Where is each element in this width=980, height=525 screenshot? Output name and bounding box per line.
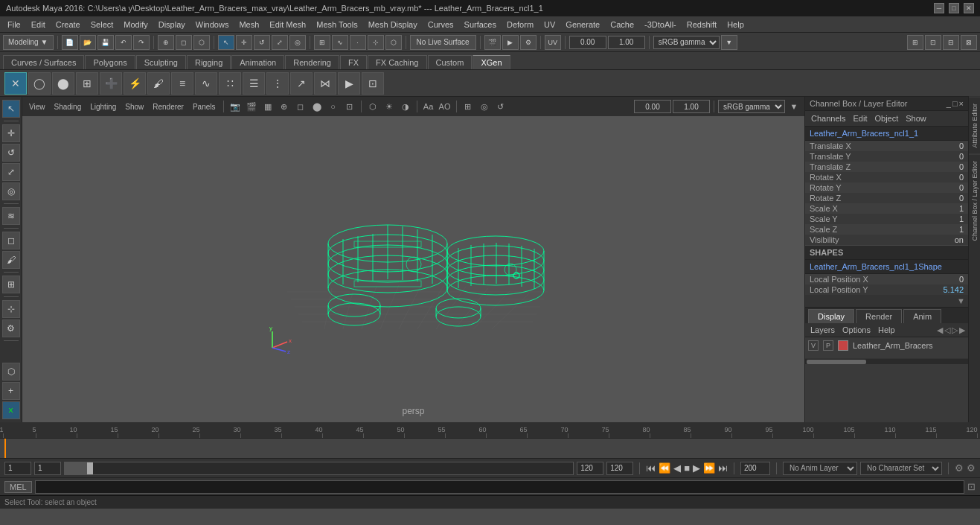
shelf-tab-xgen[interactable]: XGen [473, 55, 510, 69]
gamma-options-button[interactable]: ▼ [721, 35, 737, 50]
paint-select-button[interactable]: ⬡ [193, 35, 210, 50]
vp-icon-shade1[interactable]: ⬤ [310, 99, 324, 114]
layers-option-icon[interactable]: ▷ [952, 325, 958, 335]
cb-object[interactable]: Object [871, 113, 901, 124]
shelf-tab-rigging[interactable]: Rigging [187, 55, 231, 69]
channel-rotate-z[interactable]: Rotate Z 0 [805, 193, 968, 203]
menu-cache[interactable]: Cache [606, 19, 638, 31]
end-button[interactable]: ⏭ [718, 462, 728, 474]
shelf-icon-plus[interactable]: ➕ [100, 72, 122, 95]
layers-close-icon[interactable]: ▶ [959, 325, 965, 335]
shape-channel-lp-y[interactable]: Local Position Y 5.142 [805, 284, 968, 295]
new-scene-button[interactable]: 📄 [62, 35, 78, 50]
menu-uv[interactable]: UV [539, 19, 560, 31]
menu-mesh-display[interactable]: Mesh Display [364, 19, 422, 31]
menu-redshift[interactable]: Redshift [682, 19, 721, 31]
vp-menu-view[interactable]: View [25, 101, 49, 112]
vp-menu-shading[interactable]: Shading [51, 101, 86, 112]
channel-rotate-x[interactable]: Rotate X 0 [805, 172, 968, 182]
stop-button[interactable]: ■ [684, 462, 690, 474]
snap-lt[interactable]: ⊹ [2, 300, 20, 318]
shelf-tab-rendering[interactable]: Rendering [285, 55, 339, 69]
menu-surfaces[interactable]: Surfaces [460, 19, 501, 31]
shelf-icon-hair[interactable]: ⋮ [266, 72, 289, 95]
menu-select[interactable]: Select [86, 19, 118, 31]
custom-lt[interactable]: ⚙ [2, 319, 20, 337]
menu-generate[interactable]: Generate [561, 19, 604, 31]
shelf-icon-export[interactable]: ⊡ [362, 72, 384, 95]
vp-menu-panels[interactable]: Panels [189, 101, 220, 112]
something-button[interactable]: ⊠ [961, 35, 977, 50]
vp-icon-snap[interactable]: ⊕ [277, 99, 292, 114]
vp-icon-xray[interactable]: ⊡ [342, 99, 357, 114]
shelf-tab-fx[interactable]: FX [340, 55, 367, 69]
cb-minimize-icon[interactable]: _ [947, 99, 951, 108]
layers-menu-layers[interactable]: Layers [808, 325, 837, 335]
tab-render[interactable]: Render [856, 309, 902, 323]
shelf-icon-select[interactable]: ✕ [4, 72, 27, 95]
menu-file[interactable]: File [3, 19, 25, 31]
soft-mod-button[interactable]: ◎ [289, 35, 306, 50]
menu-edit[interactable]: Edit [27, 19, 50, 31]
vp-icon-hud[interactable]: ⊞ [461, 99, 475, 114]
vp-icon-aa[interactable]: Aa [421, 99, 436, 114]
vp-menu-show[interactable]: Show [121, 101, 147, 112]
channel-scale-x[interactable]: Scale X 1 [805, 203, 968, 214]
vp-icon-cycle[interactable]: ↺ [493, 99, 508, 114]
channel-translate-y[interactable]: Translate Y 0 [805, 151, 968, 162]
mel-execute-icon[interactable]: ⊡ [967, 481, 976, 492]
no-live-surface-button[interactable]: No Live Surface [410, 35, 476, 50]
viewport-lt-1[interactable]: ⬡ [2, 363, 20, 381]
shelf-icon-guide[interactable]: ⚡ [124, 72, 146, 95]
current-frame-input[interactable] [4, 462, 31, 475]
rotate-tool-button[interactable]: ✛ [236, 35, 252, 50]
vp-icon-shade2[interactable]: ○ [326, 99, 341, 114]
cb-expand-icon[interactable]: □ [952, 99, 958, 108]
step-back-button[interactable]: ⏪ [659, 462, 670, 474]
rewind-button[interactable]: ⏮ [646, 462, 656, 474]
frame-slider[interactable] [64, 462, 574, 475]
slider-handle[interactable] [87, 462, 93, 474]
vp-icon-light2[interactable]: ☀ [382, 99, 397, 114]
layer-playback-toggle[interactable]: P [823, 340, 833, 351]
channel-visibility[interactable]: Visibility on [805, 235, 968, 245]
channel-translate-x[interactable]: Translate X 0 [805, 141, 968, 151]
shelf-tab-sculpting[interactable]: Sculpting [136, 55, 186, 69]
xgen-logo[interactable]: X [2, 401, 20, 419]
timeline-track[interactable] [0, 439, 980, 458]
vp-icon-light1[interactable]: ⬡ [365, 99, 380, 114]
move-tool-button[interactable]: ↖ [218, 35, 234, 50]
shape-channel-lp-x[interactable]: Local Position X 0 [805, 274, 968, 284]
menu-deform[interactable]: Deform [502, 19, 538, 31]
input-field-2[interactable] [608, 36, 645, 49]
snap-curve-button[interactable]: ∿ [332, 35, 348, 50]
play-back-button[interactable]: ◀ [673, 462, 681, 474]
vp-icon-film[interactable]: 🎬 [244, 99, 259, 114]
maximize-button[interactable]: □ [949, 3, 959, 13]
menu-mesh[interactable]: Mesh [234, 19, 263, 31]
minimize-button[interactable]: ─ [934, 3, 944, 13]
char-set-select[interactable]: No Character Set [860, 462, 942, 475]
gamma-select[interactable]: sRGB gamma [653, 36, 720, 49]
menu-3dto[interactable]: -3DtoAll- [640, 19, 681, 31]
range-end-input[interactable] [577, 462, 603, 475]
shelf-icon-curve[interactable]: ◯ [28, 72, 51, 95]
vp-value-2[interactable] [673, 100, 710, 113]
universal-manip-button[interactable]: ⤢ [272, 35, 288, 50]
menu-edit-mesh[interactable]: Edit Mesh [265, 19, 310, 31]
snap-point-button[interactable]: · [350, 35, 366, 50]
shelf-tab-curves[interactable]: Curves / Surfaces [3, 55, 84, 69]
select-tool-lt[interactable]: ↖ [2, 100, 20, 118]
range-max-input[interactable] [606, 462, 633, 475]
scale-tool-button[interactable]: ↺ [254, 35, 270, 50]
shelf-icon-curve2[interactable]: ∿ [195, 72, 217, 95]
close-button[interactable]: ✕ [964, 3, 974, 13]
ipr-render-button[interactable]: ▶ [502, 35, 519, 50]
tab-anim[interactable]: Anim [903, 309, 941, 323]
shelf-icon-preview[interactable]: ▶ [338, 72, 360, 95]
cb-channels[interactable]: Channels [808, 113, 848, 124]
tab-display[interactable]: Display [808, 309, 854, 323]
shelf-tab-fxcaching[interactable]: FX Caching [368, 55, 426, 69]
snap-grid-button[interactable]: ⊞ [314, 35, 330, 50]
channel-scale-z[interactable]: Scale Z 1 [805, 224, 968, 235]
